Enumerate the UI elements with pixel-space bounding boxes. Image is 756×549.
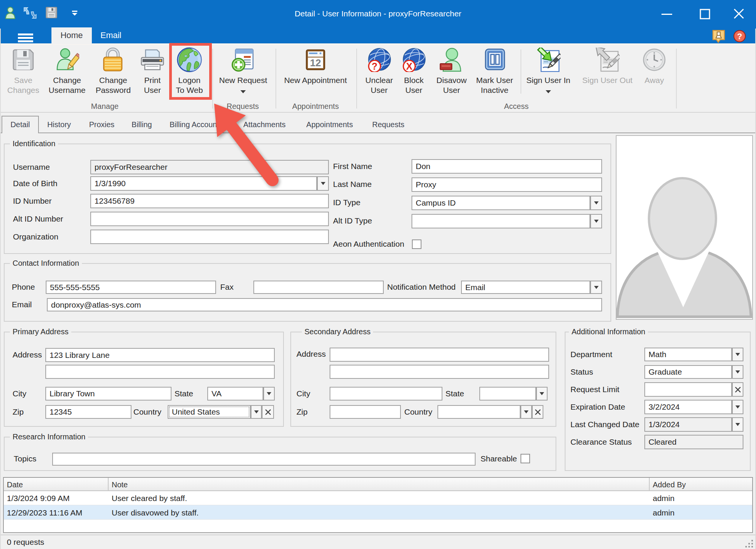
svg-text:X: X: [406, 61, 413, 72]
svg-text:?: ?: [737, 32, 742, 41]
svg-text:?: ?: [372, 61, 377, 72]
svg-text:12: 12: [310, 57, 321, 69]
